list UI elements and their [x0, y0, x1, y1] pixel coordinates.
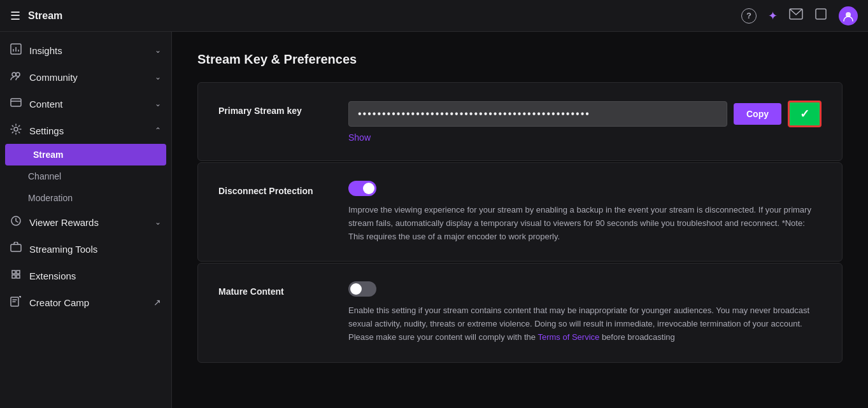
main-content: Stream Key & Preferences Primary Stream … — [172, 32, 868, 408]
viewer-rewards-icon — [10, 215, 22, 229]
disconnect-protection-control: Improve the viewing experience for your … — [348, 181, 822, 243]
mature-content-label: Mature Content — [218, 281, 333, 297]
tos-link[interactable]: Terms of Service — [537, 332, 599, 342]
svg-rect-9 — [11, 99, 21, 106]
sidebar-item-moderation[interactable]: Moderation — [0, 187, 171, 209]
creator-camp-external-icon: ↗ — [153, 297, 161, 307]
check-icon: ✓ — [800, 107, 809, 121]
community-icon — [10, 70, 22, 84]
topbar-title: Stream — [28, 10, 62, 22]
sidebar-item-viewer-rewards[interactable]: Viewer Rewards ⌄ — [0, 209, 171, 236]
mature-content-section: Mature Content Enable this setting if yo… — [197, 263, 843, 362]
stream-key-row: Primary Stream key Copy ✓ Show — [218, 101, 822, 143]
insights-icon — [10, 43, 22, 57]
sidebar-item-insights[interactable]: Insights ⌄ — [0, 37, 171, 64]
mature-content-control: Enable this setting if your stream conta… — [348, 281, 822, 344]
mail-icon[interactable] — [789, 8, 803, 23]
stream-key-input[interactable] — [348, 101, 727, 127]
community-chevron-icon: ⌄ — [155, 73, 161, 81]
insights-chevron-icon: ⌄ — [155, 46, 161, 55]
sidebar-label-insights: Insights — [29, 45, 62, 56]
sidebar-label-community: Community — [29, 72, 78, 83]
viewer-rewards-chevron-icon: ⌄ — [155, 218, 161, 227]
sidebar-item-community[interactable]: Community ⌄ — [0, 64, 171, 90]
avatar[interactable] — [839, 6, 858, 25]
disconnect-protection-row: Disconnect Protection Improve the viewin… — [218, 181, 822, 243]
show-link[interactable]: Show — [348, 132, 371, 143]
layout: Insights ⌄ Community ⌄ — [0, 32, 868, 408]
streaming-tools-icon — [10, 242, 22, 256]
extensions-icon — [10, 269, 22, 283]
sidebar-item-settings[interactable]: Settings ⌃ — [0, 117, 171, 144]
sidebar-label-creator-camp: Creator Camp — [29, 297, 89, 308]
toggle-track — [348, 281, 376, 297]
sidebar-label-content: Content — [29, 99, 63, 109]
toggle-thumb — [350, 283, 362, 295]
svg-point-8 — [16, 73, 20, 76]
notification-icon[interactable] — [815, 8, 827, 24]
primary-stream-key-section: Primary Stream key Copy ✓ Show — [197, 82, 843, 161]
disconnect-protection-description: Improve the viewing experience for your … — [348, 204, 822, 243]
stream-key-label: Primary Stream key — [218, 101, 333, 116]
sidebar-label-viewer-rewards: Viewer Rewards — [29, 217, 99, 228]
topbar-left: ☰ Stream — [10, 9, 62, 23]
ai-icon[interactable]: ✦ — [768, 9, 778, 23]
sidebar-label-settings: Settings — [29, 125, 64, 136]
sidebar-item-creator-camp[interactable]: Creator Camp ↗ — [0, 289, 171, 316]
sidebar-item-channel[interactable]: Channel — [0, 165, 171, 187]
sidebar-item-extensions[interactable]: Extensions — [0, 262, 171, 289]
confirm-check-button[interactable]: ✓ — [788, 101, 822, 127]
settings-icon — [10, 123, 22, 137]
settings-chevron-icon: ⌃ — [155, 126, 161, 135]
stream-key-control: Copy ✓ Show — [348, 101, 822, 143]
topbar-right: ? ✦ — [741, 6, 858, 25]
svg-point-7 — [12, 73, 16, 76]
disconnect-protection-toggle[interactable] — [348, 181, 376, 196]
svg-point-11 — [14, 127, 18, 131]
topbar: ☰ Stream ? ✦ — [0, 0, 868, 32]
sidebar-item-stream[interactable]: Stream — [5, 144, 166, 165]
sidebar: Insights ⌄ Community ⌄ — [0, 32, 172, 408]
mature-content-row: Mature Content Enable this setting if yo… — [218, 281, 822, 344]
disconnect-protection-label: Disconnect Protection — [218, 181, 333, 196]
sidebar-label-streaming-tools: Streaming Tools — [29, 244, 97, 255]
page-title: Stream Key & Preferences — [197, 52, 843, 67]
help-icon[interactable]: ? — [741, 8, 757, 24]
svg-rect-13 — [11, 244, 21, 251]
content-icon — [10, 97, 22, 111]
toggle-thumb — [363, 183, 374, 194]
mature-content-description: Enable this setting if your stream conta… — [348, 304, 822, 344]
copy-button[interactable]: Copy — [734, 103, 781, 125]
sidebar-item-content[interactable]: Content ⌄ — [0, 90, 171, 117]
sidebar-label-extensions: Extensions — [29, 271, 76, 281]
content-chevron-icon: ⌄ — [155, 99, 161, 108]
creator-camp-icon — [10, 295, 22, 309]
toggle-track — [348, 181, 376, 196]
sidebar-item-streaming-tools[interactable]: Streaming Tools — [0, 236, 171, 262]
disconnect-protection-section: Disconnect Protection Improve the viewin… — [197, 162, 843, 262]
mature-content-toggle[interactable] — [348, 281, 376, 297]
hamburger-icon[interactable]: ☰ — [10, 9, 20, 23]
svg-rect-1 — [816, 9, 826, 19]
